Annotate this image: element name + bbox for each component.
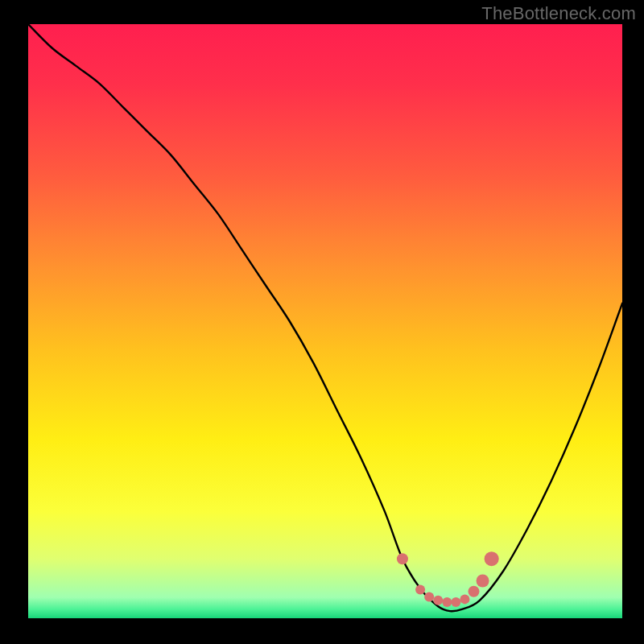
optimal-range-marker bbox=[477, 575, 489, 588]
chart-plot-area bbox=[28, 24, 622, 618]
optimal-range-marker bbox=[415, 585, 425, 595]
optimal-range-marker bbox=[424, 592, 434, 601]
chart-stage: TheBottleneck.com bbox=[0, 0, 644, 644]
chart-svg bbox=[28, 24, 622, 618]
watermark-text: TheBottleneck.com bbox=[481, 3, 636, 24]
optimal-range-marker bbox=[485, 551, 499, 566]
optimal-range-marker bbox=[397, 553, 408, 564]
optimal-range-marker bbox=[433, 596, 443, 605]
optimal-range-marker bbox=[469, 586, 480, 597]
optimal-range-marker bbox=[460, 594, 469, 604]
optimal-range-marker bbox=[442, 597, 452, 607]
optimal-range-marker bbox=[451, 597, 460, 607]
chart-background-gradient bbox=[28, 24, 622, 618]
